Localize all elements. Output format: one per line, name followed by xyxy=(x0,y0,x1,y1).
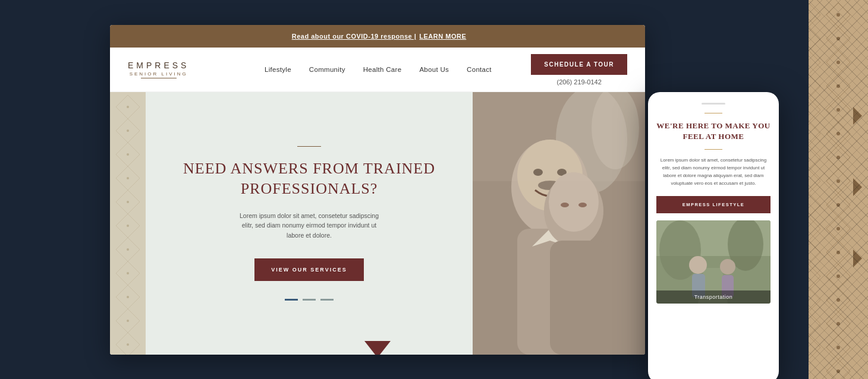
svg-point-39 xyxy=(836,179,840,183)
hero-left-pattern xyxy=(110,92,146,355)
svg-marker-22 xyxy=(809,122,820,146)
dot-3[interactable] xyxy=(320,299,334,301)
svg-point-70 xyxy=(127,272,129,274)
bookmark-arrow xyxy=(364,341,391,355)
svg-marker-18 xyxy=(809,27,820,50)
svg-marker-5 xyxy=(826,98,850,122)
svg-marker-13 xyxy=(826,288,850,312)
svg-marker-20 xyxy=(809,74,820,98)
learn-more-link[interactable]: LEARN MORE xyxy=(419,33,466,40)
hero-title: NEED ANSWERS FROM TRAINED PROFESSIONALS? xyxy=(169,159,449,199)
svg-rect-88 xyxy=(550,241,609,355)
svg-point-69 xyxy=(127,248,129,251)
dot-2[interactable] xyxy=(303,299,316,301)
dot-1[interactable] xyxy=(285,299,298,301)
svg-point-67 xyxy=(127,201,129,203)
svg-marker-12 xyxy=(826,264,850,288)
svg-point-72 xyxy=(127,320,129,322)
empress-lifestyle-button[interactable]: EMPRESS LIFESTYLE xyxy=(656,196,770,213)
svg-point-37 xyxy=(836,132,840,135)
svg-point-68 xyxy=(127,225,129,227)
hero-body: Lorem ipsum dolor sit amet, consetetur s… xyxy=(238,211,380,241)
hero-image xyxy=(473,92,645,355)
mobile-top-decoration xyxy=(705,113,722,113)
svg-point-36 xyxy=(836,108,840,112)
svg-marker-9 xyxy=(826,193,850,217)
svg-marker-2 xyxy=(826,27,850,50)
svg-marker-25 xyxy=(809,193,820,217)
svg-point-63 xyxy=(127,106,129,108)
svg-point-65 xyxy=(127,153,129,156)
nav-lifestyle[interactable]: Lifestyle xyxy=(265,66,291,73)
hero-content: NEED ANSWERS FROM TRAINED PROFESSIONALS?… xyxy=(146,92,473,355)
svg-point-38 xyxy=(836,156,840,159)
mobile-title: WE'RE HERE TO MAKE YOU FEEL AT HOME xyxy=(656,121,770,142)
mobile-inner: WE'RE HERE TO MAKE YOU FEEL AT HOME Lore… xyxy=(648,92,779,379)
svg-point-33 xyxy=(836,37,840,40)
nav-links: Lifestyle Community Health Care About Us… xyxy=(225,66,531,73)
svg-marker-49 xyxy=(853,178,862,196)
svg-marker-28 xyxy=(809,264,820,288)
svg-marker-29 xyxy=(809,288,820,312)
svg-marker-8 xyxy=(826,169,850,193)
mobile-top-bar xyxy=(702,103,725,105)
svg-point-35 xyxy=(836,84,840,88)
nav-community[interactable]: Community xyxy=(309,66,345,73)
svg-point-46 xyxy=(836,346,840,349)
nav-right: SCHEDULE A TOUR (206) 219-0142 xyxy=(531,54,627,86)
svg-point-66 xyxy=(127,177,129,179)
logo-line xyxy=(141,78,177,78)
svg-marker-31 xyxy=(809,336,820,359)
svg-point-44 xyxy=(836,298,840,302)
hero-section: NEED ANSWERS FROM TRAINED PROFESSIONALS?… xyxy=(110,92,645,355)
svg-point-43 xyxy=(836,274,840,278)
svg-marker-26 xyxy=(809,217,820,241)
browser-mockup: Read about our COVID-19 response | LEARN… xyxy=(110,25,645,355)
phone-number: (206) 219-0142 xyxy=(557,78,602,86)
svg-point-73 xyxy=(127,343,129,346)
logo: EMPRESS SENIOR LIVING xyxy=(128,61,189,78)
svg-point-45 xyxy=(836,322,840,326)
svg-marker-16 xyxy=(826,359,850,379)
svg-marker-7 xyxy=(826,146,850,169)
svg-marker-21 xyxy=(809,98,820,122)
svg-point-34 xyxy=(836,61,840,64)
logo-name: EMPRESS xyxy=(128,61,189,70)
svg-marker-24 xyxy=(809,169,820,193)
svg-marker-48 xyxy=(853,107,862,125)
hero-decoration-line xyxy=(297,146,321,147)
nav-about[interactable]: About Us xyxy=(419,66,449,73)
carousel-dots xyxy=(285,299,334,301)
right-decorative-panel xyxy=(809,0,868,379)
view-services-button[interactable]: VIEW OUR SERVICES xyxy=(254,258,363,281)
schedule-tour-button[interactable]: SCHEDULE A TOUR xyxy=(531,54,627,75)
svg-rect-0 xyxy=(809,0,868,379)
svg-marker-17 xyxy=(809,3,820,27)
svg-point-41 xyxy=(836,227,840,230)
svg-marker-30 xyxy=(809,312,820,336)
mobile-transportation-image: Transportation xyxy=(656,220,770,304)
transportation-label: Transportation xyxy=(656,290,770,304)
svg-rect-89 xyxy=(473,92,645,181)
svg-marker-11 xyxy=(826,241,850,264)
svg-point-40 xyxy=(836,203,840,207)
navbar: EMPRESS SENIOR LIVING Lifestyle Communit… xyxy=(110,48,645,92)
svg-point-87 xyxy=(578,203,587,207)
svg-point-42 xyxy=(836,251,840,254)
nav-contact[interactable]: Contact xyxy=(467,66,492,73)
covid-banner: Read about our COVID-19 response | LEARN… xyxy=(110,25,645,48)
mobile-body: Lorem ipsum dolor sit amet, consetetur s… xyxy=(656,157,770,187)
mobile-mid-decoration xyxy=(705,149,722,150)
svg-marker-19 xyxy=(809,50,820,74)
svg-marker-10 xyxy=(826,217,850,241)
svg-marker-14 xyxy=(826,312,850,336)
nav-healthcare[interactable]: Health Care xyxy=(363,66,402,73)
svg-marker-4 xyxy=(826,74,850,98)
svg-point-64 xyxy=(127,130,129,132)
mobile-mockup: WE'RE HERE TO MAKE YOU FEEL AT HOME Lore… xyxy=(648,92,779,379)
svg-point-86 xyxy=(561,203,569,207)
svg-marker-27 xyxy=(809,241,820,264)
svg-marker-1 xyxy=(826,3,850,27)
covid-text: Read about our COVID-19 response | xyxy=(292,33,417,40)
svg-marker-15 xyxy=(826,336,850,359)
